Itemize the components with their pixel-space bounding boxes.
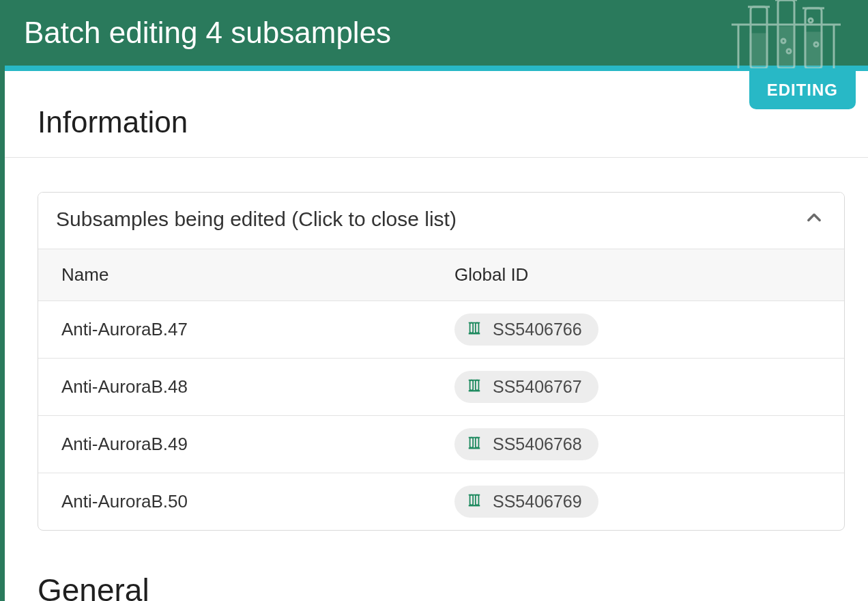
svg-rect-13 — [805, 33, 822, 68]
table-header-row: Name Global ID — [38, 249, 844, 301]
table-body: Anti-AuroraB.47SS5406766Anti-AuroraB.48S… — [38, 301, 844, 530]
svg-point-14 — [809, 18, 813, 23]
svg-rect-27 — [476, 438, 479, 448]
global-id-chip[interactable]: SS5406769 — [454, 486, 598, 518]
global-id-text: SS5406769 — [493, 492, 582, 512]
information-heading: Information — [5, 71, 868, 157]
svg-rect-21 — [470, 380, 474, 391]
global-id-text: SS5406768 — [493, 434, 582, 454]
cell-global-id: SS5406769 — [431, 473, 844, 530]
global-id-text: SS5406766 — [493, 320, 582, 339]
column-header-name: Name — [38, 249, 431, 300]
table-row[interactable]: Anti-AuroraB.48SS5406767 — [38, 359, 844, 416]
svg-rect-16 — [470, 323, 474, 333]
svg-rect-32 — [476, 495, 479, 505]
svg-rect-26 — [470, 438, 474, 448]
cell-global-id: SS5406766 — [431, 301, 844, 358]
cell-global-id: SS5406767 — [431, 359, 844, 415]
page-header: Batch editing 4 subsamples — [5, 0, 868, 66]
svg-rect-17 — [476, 323, 479, 333]
editing-status-badge: EDITING — [749, 71, 856, 109]
svg-rect-5 — [751, 34, 767, 68]
test-tube-icon — [467, 491, 482, 512]
cell-name: Anti-AuroraB.50 — [38, 479, 431, 525]
cell-name: Anti-AuroraB.48 — [38, 364, 431, 410]
svg-rect-22 — [476, 380, 479, 391]
page-title: Batch editing 4 subsamples — [24, 16, 391, 50]
table-row[interactable]: Anti-AuroraB.50SS5406769 — [38, 473, 844, 530]
svg-rect-31 — [470, 495, 474, 505]
chevron-up-icon — [805, 208, 824, 230]
global-id-chip[interactable]: SS5406767 — [454, 371, 598, 403]
global-id-text: SS5406767 — [493, 377, 582, 397]
panel-toggle-header[interactable]: Subsamples being edited (Click to close … — [38, 193, 844, 249]
global-id-chip[interactable]: SS5406766 — [454, 313, 598, 346]
table-row[interactable]: Anti-AuroraB.47SS5406766 — [38, 301, 844, 359]
section-divider — [5, 157, 868, 158]
panel-header-label: Subsamples being edited (Click to close … — [56, 208, 457, 231]
cell-name: Anti-AuroraB.49 — [38, 421, 431, 467]
test-tube-icon — [467, 376, 482, 397]
test-tube-icon — [467, 319, 482, 340]
test-tubes-illustration — [732, 0, 841, 71]
svg-rect-8 — [778, 27, 794, 68]
general-heading: General — [5, 531, 868, 601]
cell-name: Anti-AuroraB.47 — [38, 307, 431, 352]
table-row[interactable]: Anti-AuroraB.49SS5406768 — [38, 416, 844, 473]
subsamples-panel: Subsamples being edited (Click to close … — [38, 192, 845, 531]
test-tube-icon — [467, 434, 482, 455]
column-header-global-id: Global ID — [431, 249, 844, 300]
cell-global-id: SS5406768 — [431, 416, 844, 473]
global-id-chip[interactable]: SS5406768 — [454, 428, 598, 460]
